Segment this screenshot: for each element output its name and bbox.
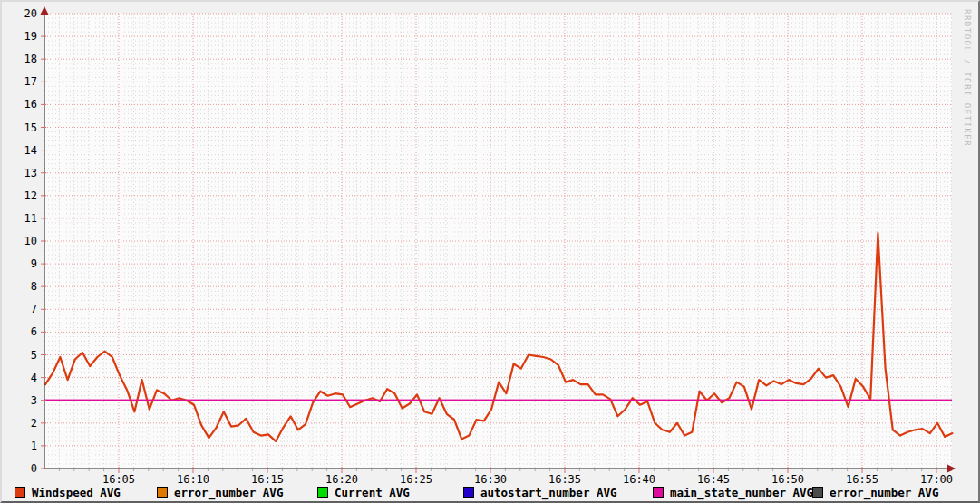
y-tick-label: 2 (31, 417, 37, 430)
x-tick-label: 17:00 (920, 473, 953, 486)
y-tick-label: 11 (24, 212, 37, 225)
x-tick-label: 16:35 (548, 473, 581, 486)
chart-canvas: 0123456789101112131415161718192016:0516:… (2, 2, 978, 501)
y-axis-arrow-icon (41, 6, 49, 15)
y-tick-label: 6 (31, 325, 37, 338)
y-tick-label: 8 (31, 280, 37, 293)
y-tick-label: 18 (24, 53, 37, 65)
y-tick-label: 5 (31, 349, 37, 362)
x-tick-label: 16:40 (623, 473, 655, 486)
y-tick-label: 17 (24, 75, 37, 88)
y-tick-label: 16 (24, 98, 37, 111)
y-tick-label: 10 (24, 235, 37, 247)
y-tick-label: 1 (31, 440, 37, 452)
x-tick-label: 16:45 (697, 473, 730, 486)
x-tick-label: 16:25 (400, 473, 432, 486)
rrd-graph: 0123456789101112131415161718192016:0516:… (0, 0, 980, 503)
y-tick-label: 3 (31, 394, 37, 407)
x-tick-label: 16:20 (325, 473, 358, 486)
y-tick-label: 9 (31, 257, 37, 270)
x-tick-label: 16:55 (846, 473, 878, 486)
y-tick-label: 4 (31, 372, 37, 384)
x-tick-label: 16:15 (251, 473, 284, 486)
watermark: RRDTOOL / TOBI OETIKER (963, 9, 972, 147)
x-tick-label: 16:50 (771, 473, 804, 486)
y-tick-label: 19 (24, 30, 37, 43)
x-axis-labels: 16:0516:1016:1516:2016:2516:3016:3516:40… (102, 473, 953, 486)
y-tick-label: 7 (31, 303, 37, 315)
y-tick-label: 15 (24, 121, 37, 134)
y-tick-label: 14 (24, 144, 37, 157)
y-tick-label: 20 (24, 7, 37, 20)
y-tick-label: 0 (31, 462, 37, 475)
y-axis-labels: 01234567891011121314151617181920 (24, 7, 37, 475)
x-tick-label: 16:10 (177, 473, 209, 486)
x-tick-label: 16:30 (474, 473, 507, 486)
y-tick-label: 12 (24, 189, 37, 202)
x-tick-label: 16:05 (102, 473, 135, 486)
y-tick-label: 13 (24, 167, 37, 179)
